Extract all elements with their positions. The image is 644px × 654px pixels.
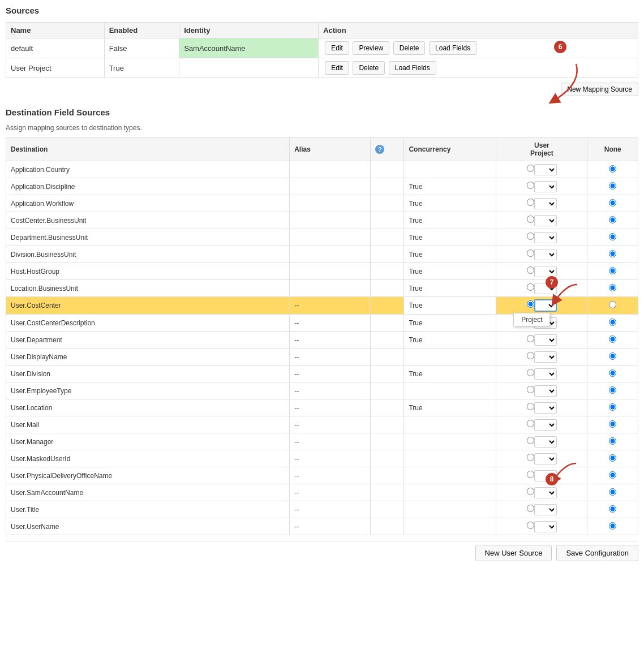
dropdown-option-project[interactable]: Project [514, 313, 549, 326]
user-project-radio[interactable] [527, 300, 534, 308]
help-icon[interactable]: ? [375, 145, 384, 154]
user-project-radio[interactable] [527, 266, 534, 274]
user-project-select[interactable]: Project [534, 402, 557, 414]
dest-alias [290, 229, 371, 246]
none-radio[interactable] [609, 267, 616, 274]
none-radio[interactable] [609, 420, 616, 428]
dest-user-project-cell: Project [496, 416, 587, 433]
load-fields-default-btn[interactable]: Load Fields [429, 41, 476, 55]
none-radio[interactable] [609, 335, 616, 343]
edit-default-btn[interactable]: Edit [325, 41, 349, 55]
user-project-radio[interactable] [527, 488, 534, 495]
user-project-radio[interactable] [527, 454, 534, 461]
dest-user-project-cell: Project [496, 178, 587, 195]
dest-none-cell [587, 332, 638, 348]
dest-none-cell [587, 382, 638, 399]
dest-concurrency: True [404, 263, 496, 280]
dest-table: Destination Alias ? Concurrency UserProj… [6, 137, 638, 535]
none-radio[interactable] [609, 471, 616, 479]
none-radio[interactable] [609, 488, 616, 496]
user-project-radio[interactable] [527, 182, 534, 189]
dest-destination: User.CostCenterDescription [6, 315, 290, 332]
dest-alias: -- [290, 348, 371, 365]
none-radio[interactable] [609, 352, 616, 360]
user-project-radio[interactable] [527, 216, 534, 223]
none-radio[interactable] [609, 301, 616, 308]
user-project-select[interactable]: Project [534, 368, 557, 380]
new-user-source-btn[interactable]: New User Source [475, 545, 552, 561]
dest-none-cell [587, 416, 638, 433]
dest-user-project-cell: Project [496, 161, 587, 178]
none-radio[interactable] [609, 165, 616, 173]
dest-help-cell [371, 297, 404, 315]
user-project-radio[interactable] [527, 522, 534, 529]
none-radio[interactable] [609, 199, 616, 206]
preview-default-btn[interactable]: Preview [353, 41, 389, 55]
dest-help-cell [371, 416, 404, 433]
none-radio[interactable] [609, 403, 616, 411]
user-project-radio[interactable] [527, 352, 534, 359]
none-radio[interactable] [609, 319, 616, 326]
none-radio[interactable] [609, 182, 616, 190]
user-project-select[interactable]: Project [534, 232, 557, 243]
user-project-select[interactable]: Project [534, 198, 557, 209]
user-project-select[interactable]: Project [534, 164, 557, 175]
none-radio[interactable] [609, 505, 616, 513]
dest-user-project-cell: Project [496, 348, 587, 365]
user-project-radio[interactable] [527, 233, 534, 240]
col-header-action: Action [319, 23, 638, 38]
none-radio[interactable] [609, 250, 616, 257]
user-project-select[interactable]: Project [534, 266, 557, 277]
dest-user-project-cell: Project [496, 501, 587, 518]
user-project-radio[interactable] [527, 420, 534, 427]
load-fields-user-project-btn[interactable]: Load Fields [389, 61, 436, 75]
user-project-select[interactable]: Project [534, 436, 557, 448]
none-radio[interactable] [609, 386, 616, 394]
none-radio[interactable] [609, 369, 616, 377]
none-radio[interactable] [609, 233, 616, 240]
user-project-radio[interactable] [527, 386, 534, 393]
none-radio[interactable] [609, 216, 616, 223]
user-project-select[interactable]: Project [534, 215, 557, 226]
none-radio[interactable] [609, 522, 616, 530]
dest-row: User.Manager--Project [6, 433, 638, 450]
user-project-radio[interactable] [527, 369, 534, 376]
dest-row: Application.WorkflowTrueProject [6, 195, 638, 212]
none-radio[interactable] [609, 437, 616, 445]
user-project-radio[interactable] [527, 403, 534, 410]
user-project-radio[interactable] [527, 505, 534, 512]
user-project-radio[interactable] [527, 283, 534, 291]
dest-destination: Application.Workflow [6, 195, 290, 212]
none-radio[interactable] [609, 454, 616, 462]
edit-user-project-btn[interactable]: Edit [325, 61, 349, 75]
user-project-radio[interactable] [527, 249, 534, 257]
user-project-select[interactable]: Project [534, 249, 557, 260]
user-project-select[interactable]: Project [534, 334, 557, 346]
user-project-select[interactable]: Project [534, 521, 557, 532]
delete-default-btn[interactable]: Delete [393, 41, 426, 55]
dest-alias: -- [290, 518, 371, 535]
user-project-radio[interactable] [527, 199, 534, 206]
user-project-radio[interactable] [527, 471, 534, 478]
none-radio[interactable] [609, 284, 616, 291]
dest-alias [290, 280, 371, 297]
user-project-radio[interactable] [527, 437, 534, 444]
user-project-select[interactable]: Project [534, 385, 557, 397]
dest-row: User.MaskedUserId--Project [6, 450, 638, 467]
user-project-radio[interactable] [527, 335, 534, 342]
user-project-select[interactable]: Project [534, 181, 557, 192]
dest-user-project-cell: Project [496, 212, 587, 229]
dest-concurrency [404, 348, 496, 365]
user-project-select[interactable]: Project [534, 504, 557, 515]
save-configuration-btn[interactable]: Save Configuration [556, 545, 638, 561]
dest-none-cell [587, 450, 638, 467]
user-project-radio[interactable] [527, 165, 534, 172]
dest-row: User.CostCenter--TrueProjectProject [6, 297, 638, 315]
user-project-select[interactable]: Project [534, 419, 557, 431]
dest-help-cell [371, 229, 404, 246]
dest-concurrency: True [404, 195, 496, 212]
delete-user-project-btn[interactable]: Delete [353, 61, 385, 75]
dest-row: User.Division--TrueProject [6, 365, 638, 382]
dest-concurrency [404, 433, 496, 450]
user-project-select[interactable]: Project [534, 351, 557, 363]
